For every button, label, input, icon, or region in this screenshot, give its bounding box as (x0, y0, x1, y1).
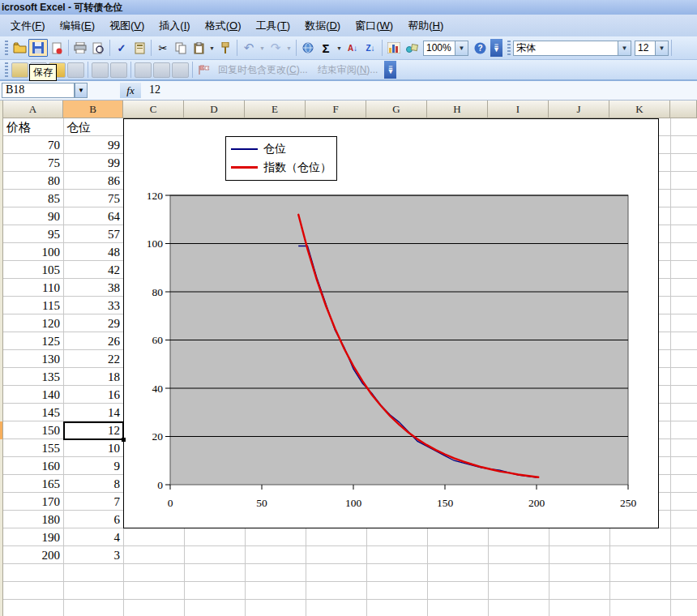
font-name-combobox[interactable]: 宋体 ▼ (513, 41, 631, 56)
toolbar-grip[interactable] (507, 41, 511, 55)
cell-a22[interactable]: 170 (3, 493, 63, 511)
cell-a3[interactable]: 75 (3, 154, 63, 172)
cell-a21[interactable]: 165 (3, 475, 63, 493)
menu-f[interactable]: 文件(F) (3, 16, 53, 36)
mail-recipient-icon[interactable] (172, 62, 189, 78)
legend-item-series1[interactable]: 仓位 (231, 142, 331, 156)
cell-a5[interactable]: 85 (3, 190, 63, 207)
cell-b2[interactable]: 99 (63, 136, 123, 154)
column-header-b[interactable]: B (63, 101, 123, 118)
permission-icon[interactable] (48, 40, 66, 56)
cell-b21[interactable]: 8 (63, 475, 123, 493)
save-icon[interactable] (28, 39, 48, 57)
cell-a7[interactable]: 95 (3, 225, 63, 243)
cell-b11[interactable]: 33 (63, 297, 123, 314)
cell-b22[interactable]: 7 (63, 493, 123, 511)
column-header-k[interactable]: K (609, 101, 670, 118)
menu-t[interactable]: 工具(T) (248, 16, 297, 36)
column-header-c[interactable]: C (123, 101, 184, 118)
cell-a20[interactable]: 160 (3, 457, 63, 475)
cell-b25[interactable]: 3 (63, 546, 123, 564)
redo-icon[interactable]: ↷ (267, 40, 284, 56)
sort-descending-icon[interactable]: Z↓ (361, 40, 379, 56)
menu-v[interactable]: 视图(V) (102, 16, 152, 36)
column-header-h[interactable]: H (427, 101, 488, 118)
toolbar-grip[interactable] (5, 62, 8, 77)
chart-wizard-icon[interactable] (385, 40, 403, 56)
sort-ascending-icon[interactable]: A↓ (344, 40, 361, 56)
update-file-icon[interactable] (135, 62, 152, 78)
column-header-a[interactable]: A (3, 101, 63, 118)
toolbar-options-chevron[interactable]: ≡▼ (490, 39, 502, 57)
column-header-j[interactable]: J (549, 101, 609, 118)
name-box[interactable]: B18 (2, 83, 75, 98)
cell-b8[interactable]: 48 (63, 243, 123, 261)
end-review-flag-icon[interactable] (195, 62, 213, 78)
cell-a25[interactable]: 200 (3, 546, 63, 564)
cell-b14[interactable]: 22 (63, 350, 123, 368)
font-size-dropdown[interactable]: ▼ (655, 41, 668, 55)
autosum-icon[interactable]: Σ (317, 40, 335, 56)
column-header-i[interactable]: I (488, 101, 549, 118)
cell-a18[interactable]: 150 (3, 421, 63, 439)
spelling-icon[interactable]: ✓ (113, 40, 130, 56)
column-header-f[interactable]: F (306, 101, 366, 118)
zoom-combobox[interactable]: 100% ▼ (423, 41, 468, 56)
column-header-g[interactable]: G (366, 101, 427, 118)
legend-item-series2[interactable]: 指数（仓位） (231, 160, 331, 175)
cell-b7[interactable]: 57 (63, 225, 123, 243)
paste-icon[interactable] (190, 40, 207, 56)
cell-b3[interactable]: 99 (63, 154, 123, 172)
cell-b19[interactable]: 10 (63, 439, 123, 457)
cell-b17[interactable]: 14 (63, 404, 123, 421)
cell-b1[interactable]: 仓位 (63, 118, 123, 136)
cell-b20[interactable]: 9 (63, 457, 123, 475)
menu-i[interactable]: 插入(I) (152, 16, 197, 36)
chart-object[interactable]: 020406080100120050100150200250 仓位 指数（仓位） (123, 118, 659, 528)
cell-a1[interactable]: 价格 (3, 118, 63, 136)
cell-a10[interactable]: 110 (3, 279, 63, 297)
toolbar-grip[interactable] (5, 41, 8, 55)
paste-dropdown[interactable]: ▼ (207, 41, 216, 55)
track-changes-icon[interactable] (110, 62, 127, 78)
cell-a23[interactable]: 180 (3, 511, 63, 528)
name-box-dropdown[interactable]: ▼ (75, 83, 88, 98)
copy-icon[interactable] (172, 40, 190, 56)
menu-w[interactable]: 窗口(W) (348, 16, 400, 36)
edit-comment-icon[interactable] (11, 62, 28, 78)
autosum-dropdown[interactable]: ▼ (335, 41, 344, 55)
print-icon[interactable] (71, 40, 89, 56)
cell-b15[interactable]: 18 (63, 368, 123, 386)
print-preview-icon[interactable] (89, 40, 107, 56)
cell-b6[interactable]: 64 (63, 207, 123, 225)
menu-d[interactable]: 数据(D) (297, 16, 348, 36)
column-header-d[interactable]: D (184, 101, 245, 118)
end-review-button[interactable]: 结束审阅(N)... (318, 63, 378, 77)
cell-a8[interactable]: 100 (3, 243, 63, 261)
cell-b16[interactable]: 16 (63, 386, 123, 404)
formula-bar-value[interactable]: 12 (149, 83, 160, 96)
format-painter-icon[interactable] (216, 40, 234, 56)
selected-cell-outline[interactable] (63, 421, 124, 440)
cell-a9[interactable]: 105 (3, 261, 63, 279)
reply-with-changes-button[interactable]: 回复时包含更改(C)... (218, 63, 308, 77)
chart-legend[interactable]: 仓位 指数（仓位） (225, 136, 337, 181)
fill-handle[interactable] (122, 438, 126, 442)
cell-a12[interactable]: 120 (3, 314, 63, 332)
cut-icon[interactable]: ✂ (154, 40, 172, 56)
cell-a2[interactable]: 70 (3, 136, 63, 154)
column-header-e[interactable]: E (245, 101, 306, 118)
next-comment-icon[interactable] (67, 62, 84, 78)
cell-a6[interactable]: 90 (3, 207, 63, 225)
cell-b9[interactable]: 42 (63, 261, 123, 279)
font-name-dropdown[interactable]: ▼ (618, 41, 631, 55)
toolbar-options-chevron[interactable]: ≡▼ (384, 61, 396, 79)
drawing-icon[interactable] (403, 40, 421, 56)
cell-a19[interactable]: 155 (3, 439, 63, 457)
research-icon[interactable] (130, 40, 148, 56)
cell-b13[interactable]: 26 (63, 332, 123, 350)
insert-hyperlink-icon[interactable] (299, 40, 317, 56)
insert-function-button[interactable]: fx (120, 83, 141, 98)
cell-a4[interactable]: 80 (3, 172, 63, 190)
undo-icon[interactable]: ↶ (240, 40, 258, 56)
